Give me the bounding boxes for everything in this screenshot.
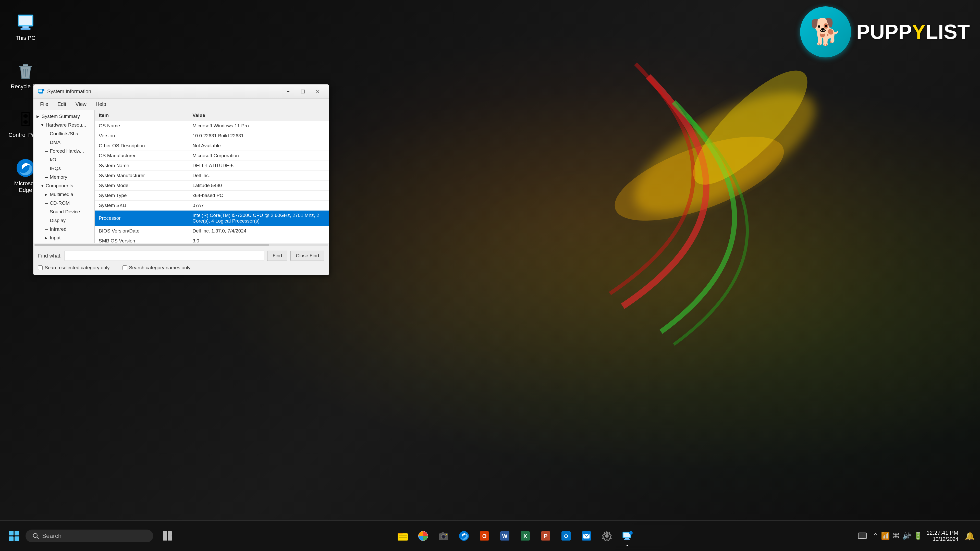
tray-chevron[interactable]: ⌃ (873, 532, 878, 540)
menu-view[interactable]: View (71, 100, 91, 109)
cell-value-os-name: Microsoft Windows 11 Pro (188, 121, 329, 131)
table-row-system-sku[interactable]: System SKU07A7 (95, 201, 329, 210)
table-row-os-manufacturer[interactable]: OS ManufacturerMicrosoft Corporation (95, 151, 329, 161)
sidebar-item-io[interactable]: — I/O (33, 155, 94, 164)
sidebar-label-system-summary: System Summary (41, 113, 80, 119)
tray-notification[interactable]: 🔔 (965, 531, 975, 541)
expander-irqs: — (45, 166, 49, 170)
taskbar-outlook[interactable]: O (557, 527, 575, 545)
sidebar-label-hardware: Hardware Resou... (46, 122, 86, 128)
svg-rect-36 (442, 532, 444, 534)
svg-text:O: O (482, 533, 487, 539)
expander-sound: — (45, 210, 49, 214)
taskbar-ppt[interactable]: P (536, 527, 555, 545)
cell-value-smbios-version: 3.0 (188, 236, 329, 243)
cell-value-version: 10.0.22631 Build 22631 (188, 131, 329, 141)
taskbar-word[interactable]: W (496, 527, 514, 545)
sidebar-item-system-summary[interactable]: ▶ System Summary (33, 112, 94, 121)
sidebar-item-multimedia[interactable]: ▶ Multimedia (33, 190, 94, 199)
sidebar-item-cdrom[interactable]: — CD-ROM (33, 199, 94, 207)
menu-bar: File Edit View Help (33, 99, 329, 110)
taskbar-file-explorer[interactable] (393, 527, 412, 545)
maximize-button[interactable]: ☐ (296, 86, 310, 97)
sidebar-label-io: I/O (50, 157, 56, 162)
table-row-processor[interactable]: ProcessorIntel(R) Core(TM) i5-7300U CPU … (95, 210, 329, 226)
horizontal-scrollbar[interactable] (33, 243, 329, 247)
this-pc-icon[interactable]: This PC (5, 10, 46, 43)
window-app-icon: i (38, 88, 45, 95)
sidebar-item-infrared[interactable]: — Infrared (33, 225, 94, 234)
table-row-os-name[interactable]: OS NameMicrosoft Windows 11 Pro (95, 121, 329, 131)
sidebar-tree: ▶ System Summary ▼ Hardware Resou... — C… (33, 110, 95, 243)
sidebar-label-infrared: Infrared (50, 226, 66, 232)
window-controls: − ☐ ✕ (281, 86, 325, 97)
sidebar-item-input[interactable]: ▶ Input (33, 234, 94, 242)
search-names-checkbox[interactable]: Search category names only (123, 265, 191, 271)
svg-rect-27 (163, 536, 167, 541)
taskbar-camera[interactable] (434, 527, 453, 545)
taskbar-outlook2[interactable] (577, 527, 596, 545)
sidebar-item-conflicts[interactable]: — Conflicts/Sha... (33, 129, 94, 138)
table-row-system-manufacturer[interactable]: System ManufacturerDell Inc. (95, 171, 329, 181)
taskview-button[interactable] (158, 527, 177, 545)
search-selected-checkbox[interactable]: Search selected category only (38, 265, 110, 271)
start-button[interactable] (5, 527, 23, 545)
window-title-text: System Information (47, 89, 281, 94)
cell-value-system-model: Latitude 5480 (188, 181, 329, 191)
minimize-button[interactable]: − (281, 86, 295, 97)
tray-network[interactable]: 📶 (881, 532, 890, 540)
taskbar-app-colorful[interactable] (414, 527, 432, 545)
sidebar-item-hardware[interactable]: ▼ Hardware Resou... (33, 121, 94, 129)
sidebar-item-display[interactable]: — Display (33, 216, 94, 225)
expander-dma: — (45, 140, 49, 145)
table-row-system-model[interactable]: System ModelLatitude 5480 (95, 181, 329, 191)
find-what-label: Find what: (38, 253, 62, 259)
table-row-system-name[interactable]: System NameDELL-LATITUDE-5 (95, 161, 329, 171)
taskbar-clock[interactable]: 12:27:41 PM 10/12/2024 (926, 530, 958, 542)
search-names-input[interactable] (123, 266, 127, 270)
taskbar-msinfo[interactable]: i (618, 527, 636, 545)
taskbar-settings[interactable] (598, 527, 616, 545)
clock-time: 12:27:41 PM (926, 530, 958, 536)
find-input[interactable] (65, 251, 264, 261)
sidebar-item-dma[interactable]: — DMA (33, 138, 94, 147)
sidebar-item-modem[interactable]: — Modem (33, 242, 94, 243)
svg-point-37 (446, 534, 447, 535)
search-selected-input[interactable] (38, 266, 43, 270)
taskbar-edge[interactable] (455, 527, 473, 545)
sidebar-item-memory[interactable]: — Memory (33, 173, 94, 182)
window-titlebar[interactable]: i System Information − ☐ ✕ (33, 84, 329, 99)
table-row-other-os-desc[interactable]: Other OS DescriptionNot Available (95, 141, 329, 151)
find-button[interactable]: Find (267, 251, 287, 261)
taskbar-show-desktop[interactable] (856, 527, 869, 545)
find-bar-container: Find what: Find Close Find Search select… (33, 247, 329, 275)
cell-value-processor: Intel(R) Core(TM) i5-7300U CPU @ 2.60GHz… (188, 210, 329, 226)
table-row-bios-version[interactable]: BIOS Version/DateDell Inc. 1.37.0, 7/4/2… (95, 226, 329, 236)
menu-edit[interactable]: Edit (53, 100, 71, 109)
svg-point-23 (33, 533, 37, 537)
cell-value-system-name: DELL-LATITUDE-5 (188, 161, 329, 171)
tray-battery[interactable]: 🔋 (914, 532, 923, 540)
tray-volume[interactable]: 🔊 (902, 532, 911, 540)
menu-file[interactable]: File (35, 100, 53, 109)
sidebar-item-sound[interactable]: — Sound Device... (33, 207, 94, 216)
taskbar-search[interactable]: Search (25, 530, 153, 542)
sidebar-item-forced-hardware[interactable]: — Forced Hardw... (33, 147, 94, 155)
close-find-button[interactable]: Close Find (290, 251, 325, 261)
expander-forced: — (45, 149, 49, 153)
cell-item-os-manufacturer: OS Manufacturer (95, 151, 188, 161)
table-row-version[interactable]: Version10.0.22631 Build 22631 (95, 131, 329, 141)
svg-text:X: X (523, 533, 527, 539)
sidebar-item-components[interactable]: ▼ Components (33, 182, 94, 190)
menu-help[interactable]: Help (91, 100, 111, 109)
taskbar-excel[interactable]: X (516, 527, 535, 545)
svg-rect-30 (399, 535, 407, 536)
svg-rect-16 (39, 93, 43, 94)
taskbar-office[interactable]: O (475, 527, 493, 545)
table-row-smbios-version[interactable]: SMBIOS Version3.0 (95, 236, 329, 243)
svg-point-35 (442, 535, 445, 538)
tray-wifi[interactable]: ⌘ (892, 532, 900, 540)
sidebar-item-irqs[interactable]: — IRQs (33, 164, 94, 173)
table-row-system-type[interactable]: System Typex64-based PC (95, 191, 329, 201)
close-button[interactable]: ✕ (310, 86, 325, 97)
